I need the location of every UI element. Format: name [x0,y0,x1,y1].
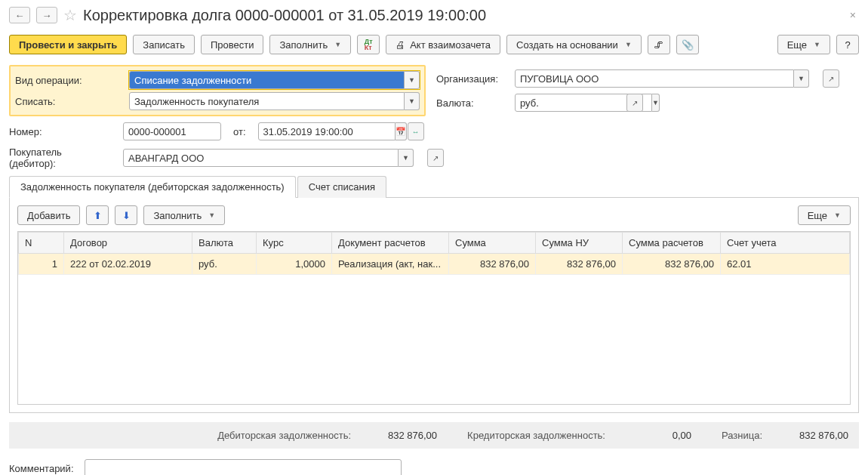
buyer-input[interactable] [123,149,399,167]
post-button[interactable]: Провести [201,35,264,54]
create-based-label: Создать на основании [516,39,618,51]
chevron-down-icon: ▼ [208,211,215,219]
buyer-label: Покупатель (дебитор): [9,147,111,169]
comment-input[interactable] [85,459,402,475]
operation-type-input[interactable] [129,71,405,89]
write-off-label: Списать: [15,96,117,107]
chevron-down-icon: ▼ [625,41,632,48]
save-button[interactable]: Записать [133,35,195,54]
dtkt-button[interactable]: ДтКт [357,35,380,54]
move-down-button[interactable]: ⬇ [115,205,137,225]
page-title: Корректировка долга 0000-000001 от 31.05… [83,7,486,24]
write-off-input[interactable] [129,92,405,110]
currency-label: Валюта: [436,97,503,109]
add-row-button[interactable]: Добавить [17,205,80,225]
summary-diff-label: Разница: [722,430,762,441]
currency-open-button[interactable]: ↗ [626,94,643,112]
operation-type-label: Вид операции: [15,75,117,86]
printer-icon [396,39,405,51]
col-sum-settle[interactable]: Сумма расчетов [623,233,721,254]
summary-debit-value: 832 876,00 [369,430,437,441]
cell-rate[interactable]: 1,0000 [257,254,332,275]
offset-act-button[interactable]: Акт взаимозачета [386,35,500,54]
calendar-icon[interactable] [396,122,407,140]
organization-label: Организация: [436,73,503,85]
attachments-button[interactable] [676,35,699,54]
col-contract[interactable]: Договор [64,233,192,254]
more-button[interactable]: Еще ▼ [777,35,830,54]
swap-icon [412,128,420,136]
operation-type-dropdown[interactable]: ▼ [405,71,420,89]
organization-input[interactable] [515,69,794,88]
buyer-dropdown[interactable]: ▼ [399,149,414,167]
table-more-label: Еще [808,210,827,221]
chevron-down-icon: ▼ [334,41,341,48]
cell-n[interactable]: 1 [19,254,64,275]
col-doc[interactable]: Документ расчетов [332,233,449,254]
buyer-open-button[interactable]: ↗ [427,149,444,167]
help-button[interactable]: ? [836,35,859,54]
cell-doc[interactable]: Реализация (акт, нак... [332,254,449,275]
tab-debt[interactable]: Задолженность покупателя (дебиторская за… [9,176,296,198]
chevron-down-icon: ▼ [814,41,820,48]
cell-account[interactable]: 62.01 [721,254,850,275]
date-action-button[interactable] [408,122,424,140]
more-label: Еще [787,39,807,51]
offset-act-label: Акт взаимозачета [410,39,491,51]
paperclip-icon [682,39,694,51]
fill-button-label: Заполнить [279,39,328,51]
dtkt-icon: ДтКт [365,39,373,51]
link-icon [654,39,663,51]
table-more-button[interactable]: Еще ▼ [798,205,851,225]
col-sum-nu[interactable]: Сумма НУ [536,233,623,254]
nav-back-button[interactable]: ← [9,7,30,23]
from-label: от: [233,126,246,137]
organization-dropdown[interactable]: ▼ [794,69,809,88]
table-fill-label: Заполнить [153,210,202,221]
summary-credit-value: 0,00 [623,430,691,441]
cell-sum-settle[interactable]: 832 876,00 [623,254,721,275]
comment-label: Комментарий: [9,463,74,474]
organization-open-button[interactable]: ↗ [823,69,839,88]
table-row[interactable]: 1 222 от 02.02.2019 руб. 1,0000 Реализац… [19,254,850,275]
write-off-dropdown[interactable]: ▼ [405,92,420,110]
summary-diff-value: 832 876,00 [780,430,848,441]
col-sum[interactable]: Сумма [449,233,536,254]
nav-forward-button[interactable]: → [36,7,57,23]
fill-button[interactable]: Заполнить ▼ [269,35,351,54]
chevron-down-icon: ▼ [834,211,841,219]
col-account[interactable]: Счет учета [721,233,850,254]
col-n[interactable]: N [19,233,64,254]
cell-sum[interactable]: 832 876,00 [449,254,536,275]
post-and-close-button[interactable]: Провести и закрыть [9,35,127,54]
cell-contract[interactable]: 222 от 02.02.2019 [64,254,192,275]
move-up-button[interactable]: ⬆ [86,205,109,225]
create-based-button[interactable]: Создать на основании ▼ [506,35,642,54]
favorite-star-icon[interactable]: ☆ [63,6,77,24]
table-fill-button[interactable]: Заполнить ▼ [143,205,225,225]
number-label: Номер: [9,126,111,137]
col-rate[interactable]: Курс [257,233,332,254]
summary-bar: Дебиторская задолженность: 832 876,00 Кр… [9,422,859,449]
col-currency[interactable]: Валюта [192,233,257,254]
summary-credit-label: Кредиторская задолженность: [467,430,605,441]
cell-currency[interactable]: руб. [192,254,257,275]
date-input[interactable] [258,122,396,140]
related-button[interactable] [648,35,670,54]
cell-sum-nu[interactable]: 832 876,00 [536,254,623,275]
number-input[interactable] [123,122,221,140]
summary-debit-label: Дебиторская задолженность: [217,430,351,441]
debt-table: N Договор Валюта Курс Документ расчетов … [18,232,850,275]
toolbar: Провести и закрыть Записать Провести Зап… [9,35,859,54]
currency-dropdown[interactable]: ▼ [652,94,660,112]
tab-write-off-account[interactable]: Счет списания [297,176,386,198]
close-icon[interactable]: × [847,6,859,24]
